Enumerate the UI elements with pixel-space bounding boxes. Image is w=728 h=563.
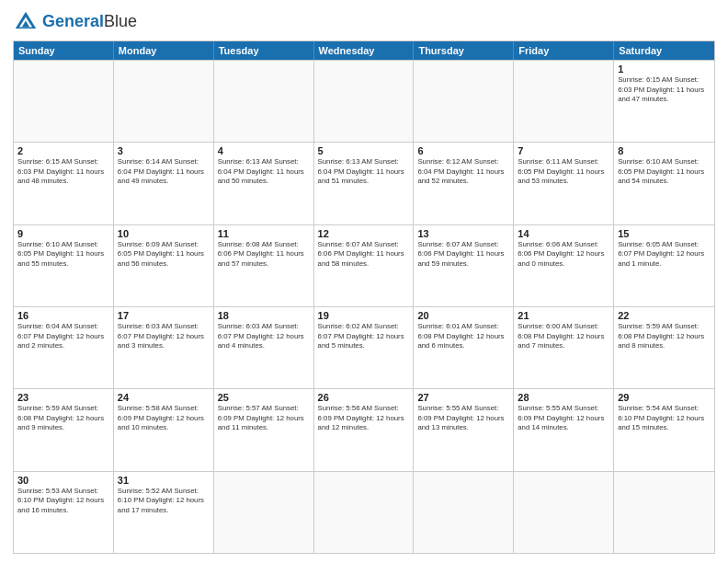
day-number: 2 [17,145,109,156]
day-number: 24 [118,392,210,403]
day-header-wednesday: Wednesday [314,41,415,60]
day-info: Sunrise: 6:07 AM Sunset: 6:06 PM Dayligh… [318,240,410,270]
day-info: Sunrise: 6:01 AM Sunset: 6:08 PM Dayligh… [417,322,509,351]
day-number: 19 [318,310,410,321]
day-info: Sunrise: 5:58 AM Sunset: 6:09 PM Dayligh… [118,404,210,433]
calendar: SundayMondayTuesdayWednesdayThursdayFrid… [13,40,715,554]
day-info: Sunrise: 6:15 AM Sunset: 6:03 PM Dayligh… [17,157,109,187]
day-info: Sunrise: 5:52 AM Sunset: 6:10 PM Dayligh… [118,487,210,516]
day-number: 10 [118,228,210,239]
day-info: Sunrise: 6:13 AM Sunset: 6:04 PM Dayligh… [218,157,310,187]
day-info: Sunrise: 6:02 AM Sunset: 6:07 PM Dayligh… [318,322,410,351]
day-number: 6 [417,145,509,156]
day-header-friday: Friday [514,41,614,60]
calendar-cell-empty-5-2 [214,472,314,553]
day-number: 30 [17,475,109,486]
header: GeneralBlue [13,9,715,35]
calendar-cell-15: 15Sunrise: 6:05 AM Sunset: 6:07 PM Dayli… [614,225,714,306]
day-number: 16 [17,310,109,321]
week-row-4: 23Sunrise: 5:59 AM Sunset: 6:08 PM Dayli… [14,388,714,470]
day-number: 7 [518,145,609,156]
week-row-2: 9Sunrise: 6:10 AM Sunset: 6:05 PM Daylig… [14,224,714,306]
calendar-cell-empty-0-2 [214,61,314,142]
day-number: 14 [518,228,609,239]
calendar-cell-empty-5-5 [514,472,614,553]
day-info: Sunrise: 5:59 AM Sunset: 6:08 PM Dayligh… [17,404,109,433]
week-row-0: 1Sunrise: 6:15 AM Sunset: 6:03 PM Daylig… [14,60,714,142]
day-number: 20 [417,310,509,321]
day-number: 23 [17,392,109,403]
calendar-cell-28: 28Sunrise: 5:55 AM Sunset: 6:09 PM Dayli… [514,389,614,470]
day-info: Sunrise: 5:59 AM Sunset: 6:08 PM Dayligh… [618,322,711,351]
calendar-cell-10: 10Sunrise: 6:09 AM Sunset: 6:05 PM Dayli… [114,225,214,306]
day-info: Sunrise: 5:54 AM Sunset: 6:10 PM Dayligh… [618,404,711,433]
calendar-header: SundayMondayTuesdayWednesdayThursdayFrid… [14,41,714,60]
calendar-cell-26: 26Sunrise: 5:56 AM Sunset: 6:09 PM Dayli… [314,389,415,470]
calendar-cell-31: 31Sunrise: 5:52 AM Sunset: 6:10 PM Dayli… [114,472,214,553]
day-header-tuesday: Tuesday [214,41,314,60]
calendar-cell-24: 24Sunrise: 5:58 AM Sunset: 6:09 PM Dayli… [114,389,214,470]
day-number: 22 [618,310,711,321]
calendar-cell-empty-0-1 [114,61,214,142]
calendar-cell-empty-0-3 [314,61,415,142]
calendar-cell-5: 5Sunrise: 6:13 AM Sunset: 6:04 PM Daylig… [314,143,415,224]
calendar-cell-21: 21Sunrise: 6:00 AM Sunset: 6:08 PM Dayli… [514,307,614,388]
week-row-3: 16Sunrise: 6:04 AM Sunset: 6:07 PM Dayli… [14,306,714,388]
day-info: Sunrise: 6:10 AM Sunset: 6:05 PM Dayligh… [17,240,109,270]
day-number: 26 [318,392,410,403]
calendar-cell-13: 13Sunrise: 6:07 AM Sunset: 6:06 PM Dayli… [414,225,514,306]
calendar-cell-4: 4Sunrise: 6:13 AM Sunset: 6:04 PM Daylig… [214,143,314,224]
calendar-cell-6: 6Sunrise: 6:12 AM Sunset: 6:04 PM Daylig… [414,143,514,224]
logo: GeneralBlue [13,9,137,35]
calendar-cell-23: 23Sunrise: 5:59 AM Sunset: 6:08 PM Dayli… [14,389,114,470]
day-info: Sunrise: 5:55 AM Sunset: 6:09 PM Dayligh… [417,404,509,433]
day-header-thursday: Thursday [414,41,514,60]
logo-icon [13,9,39,35]
calendar-cell-16: 16Sunrise: 6:04 AM Sunset: 6:07 PM Dayli… [14,307,114,388]
calendar-cell-empty-0-5 [514,61,614,142]
calendar-cell-8: 8Sunrise: 6:10 AM Sunset: 6:05 PM Daylig… [614,143,714,224]
day-number: 31 [118,475,210,486]
calendar-cell-22: 22Sunrise: 5:59 AM Sunset: 6:08 PM Dayli… [614,307,714,388]
day-number: 9 [17,228,109,239]
day-number: 13 [417,228,509,239]
day-number: 8 [618,145,711,156]
day-number: 25 [218,392,310,403]
day-info: Sunrise: 6:04 AM Sunset: 6:07 PM Dayligh… [17,322,109,351]
day-number: 21 [518,310,609,321]
day-info: Sunrise: 6:05 AM Sunset: 6:07 PM Dayligh… [618,240,711,270]
logo-text: GeneralBlue [42,13,137,31]
calendar-cell-14: 14Sunrise: 6:06 AM Sunset: 6:06 PM Dayli… [514,225,614,306]
calendar-cell-20: 20Sunrise: 6:01 AM Sunset: 6:08 PM Dayli… [414,307,514,388]
day-info: Sunrise: 6:00 AM Sunset: 6:08 PM Dayligh… [518,322,609,351]
calendar-cell-27: 27Sunrise: 5:55 AM Sunset: 6:09 PM Dayli… [414,389,514,470]
calendar-cell-29: 29Sunrise: 5:54 AM Sunset: 6:10 PM Dayli… [614,389,714,470]
day-info: Sunrise: 5:55 AM Sunset: 6:09 PM Dayligh… [518,404,609,433]
day-header-sunday: Sunday [14,41,114,60]
calendar-cell-2: 2Sunrise: 6:15 AM Sunset: 6:03 PM Daylig… [14,143,114,224]
day-number: 29 [618,392,711,403]
week-row-1: 2Sunrise: 6:15 AM Sunset: 6:03 PM Daylig… [14,142,714,224]
day-number: 1 [618,63,711,75]
calendar-cell-empty-0-4 [414,61,514,142]
day-number: 12 [318,228,410,239]
calendar-cell-11: 11Sunrise: 6:08 AM Sunset: 6:06 PM Dayli… [214,225,314,306]
calendar-cell-7: 7Sunrise: 6:11 AM Sunset: 6:05 PM Daylig… [514,143,614,224]
calendar-cell-18: 18Sunrise: 6:03 AM Sunset: 6:07 PM Dayli… [214,307,314,388]
calendar-cell-empty-5-6 [614,472,714,553]
day-info: Sunrise: 6:07 AM Sunset: 6:06 PM Dayligh… [417,240,509,270]
calendar-page: GeneralBlue SundayMondayTuesdayWednesday… [0,0,728,563]
day-info: Sunrise: 6:03 AM Sunset: 6:07 PM Dayligh… [118,322,210,351]
day-number: 17 [118,310,210,321]
day-info: Sunrise: 6:12 AM Sunset: 6:04 PM Dayligh… [417,157,509,187]
day-info: Sunrise: 6:10 AM Sunset: 6:05 PM Dayligh… [618,157,711,187]
day-info: Sunrise: 6:08 AM Sunset: 6:06 PM Dayligh… [218,240,310,270]
calendar-cell-empty-5-4 [414,472,514,553]
day-header-saturday: Saturday [614,41,714,60]
day-number: 27 [417,392,509,403]
day-info: Sunrise: 6:06 AM Sunset: 6:06 PM Dayligh… [518,240,609,270]
day-info: Sunrise: 6:11 AM Sunset: 6:05 PM Dayligh… [518,157,609,187]
day-number: 4 [218,145,310,156]
day-number: 18 [218,310,310,321]
day-number: 3 [118,145,210,156]
